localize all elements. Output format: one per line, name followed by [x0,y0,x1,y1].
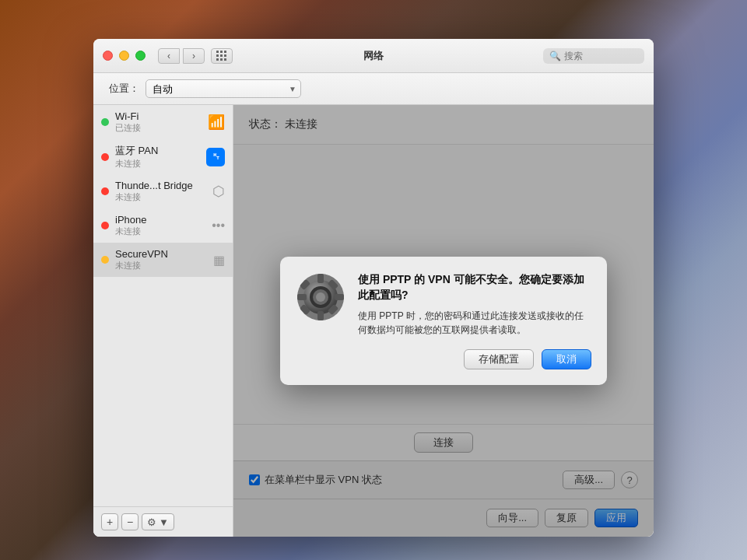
system-prefs-icon [296,272,345,322]
dialog-title: 使用 PPTP 的 VPN 可能不安全。您确定要添加此配置吗? [358,272,591,303]
gear-icon: ⚙ [147,516,156,528]
grid-icon [216,51,227,61]
svg-point-12 [316,292,325,302]
grid-view-button[interactable] [211,48,233,64]
status-dot-iphone [101,222,109,229]
cancel-dialog-button[interactable]: 取消 [542,349,591,369]
bluetooth-name: 蓝牙 PAN [115,144,200,158]
location-toolbar: 位置： 自动 ▼ [93,73,654,105]
vpn-name: SecureVPN [115,248,207,260]
add-network-button[interactable]: + [101,513,118,530]
location-select-wrapper[interactable]: 自动 ▼ [146,79,301,98]
svg-rect-5 [335,294,344,300]
pptp-warning-dialog: 使用 PPTP 的 VPN 可能不安全。您确定要添加此配置吗? 使用 PPTP … [280,257,607,385]
nav-buttons: ‹ › [158,48,205,64]
gear-menu-button[interactable]: ⚙ ▼ [142,513,174,530]
bluetooth-status: 未连接 [115,158,200,170]
sidebar: Wi-Fi 已连接 📶 蓝牙 PAN 未连接 ␉ Thunde...t Brid… [93,105,233,537]
sidebar-item-iphone[interactable]: iPhone 未连接 ••• [93,208,233,243]
main-panel: 状态： 未连接 连接 在菜单栏中显示 VPN 状态 高级... ? [233,105,654,537]
dialog-message: 使用 PPTP 时，您的密码和通过此连接发送或接收的任何数据均可能被您的互联网提… [358,309,591,337]
wifi-status: 已连接 [115,122,202,134]
status-dot-thunderbolt [101,187,109,195]
dialog-overlay: 使用 PPTP 的 VPN 可能不安全。您确定要添加此配置吗? 使用 PPTP … [233,105,654,537]
bluetooth-icon: ␉ [206,148,225,166]
search-box[interactable]: 🔍 [543,48,644,64]
thunderbolt-status: 未连接 [115,191,206,203]
minimize-button[interactable] [119,51,129,61]
search-icon: 🔍 [549,51,561,61]
sidebar-item-bluetooth[interactable]: 蓝牙 PAN 未连接 ␉ [93,139,233,174]
wifi-icon: 📶 [208,114,225,131]
svg-rect-2 [317,274,324,283]
dialog-icon [296,272,345,322]
content-area: Wi-Fi 已连接 📶 蓝牙 PAN 未连接 ␉ Thunde...t Brid… [93,105,654,537]
thunderbolt-info: Thunde...t Bridge 未连接 [115,180,206,203]
vpn-status: 未连接 [115,260,207,271]
forward-button[interactable]: › [183,48,205,64]
remove-network-button[interactable]: − [121,513,139,530]
wifi-name: Wi-Fi [115,110,202,122]
sidebar-bottom-controls: + − ⚙ ▼ [93,506,233,537]
close-button[interactable] [103,51,113,61]
wifi-info: Wi-Fi 已连接 [115,110,202,134]
maximize-button[interactable] [135,51,146,61]
sidebar-item-wifi[interactable]: Wi-Fi 已连接 📶 [93,105,233,139]
bluetooth-info: 蓝牙 PAN 未连接 [115,144,200,170]
thunderbolt-name: Thunde...t Bridge [115,180,206,191]
location-label: 位置： [109,82,139,96]
status-dot-vpn [101,256,109,264]
window-title: 网络 [363,49,384,63]
window-controls [103,51,146,61]
vpn-info: SecureVPN 未连接 [115,248,207,271]
sidebar-item-thunderbolt[interactable]: Thunde...t Bridge 未连接 ⬡ [93,174,233,208]
network-preferences-window: ‹ › 网络 🔍 位置： 自动 ▼ [93,39,654,537]
gear-dropdown-arrow: ▼ [159,516,169,528]
dialog-header: 使用 PPTP 的 VPN 可能不安全。您确定要添加此配置吗? 使用 PPTP … [296,272,591,337]
iphone-info: iPhone 未连接 [115,214,205,237]
svg-rect-3 [317,311,324,320]
status-dot-wifi [101,118,109,126]
sidebar-item-securevpn[interactable]: SecureVPN 未连接 ▦ [93,243,233,277]
iphone-status: 未连接 [115,226,205,237]
back-button[interactable]: ‹ [158,48,180,64]
iphone-name: iPhone [115,214,205,226]
dialog-text: 使用 PPTP 的 VPN 可能不安全。您确定要添加此配置吗? 使用 PPTP … [358,272,591,337]
thunderbolt-icon: ⬡ [212,183,225,200]
save-config-button[interactable]: 存储配置 [464,349,534,369]
location-select[interactable]: 自动 [146,79,301,98]
titlebar: ‹ › 网络 🔍 [93,39,654,73]
dialog-footer: 存储配置 取消 [296,349,591,369]
iphone-icon: ••• [212,219,225,233]
vpn-lock-icon: ▦ [213,253,225,268]
search-input[interactable] [564,51,634,61]
status-dot-bluetooth [101,153,109,161]
svg-rect-4 [297,294,307,300]
